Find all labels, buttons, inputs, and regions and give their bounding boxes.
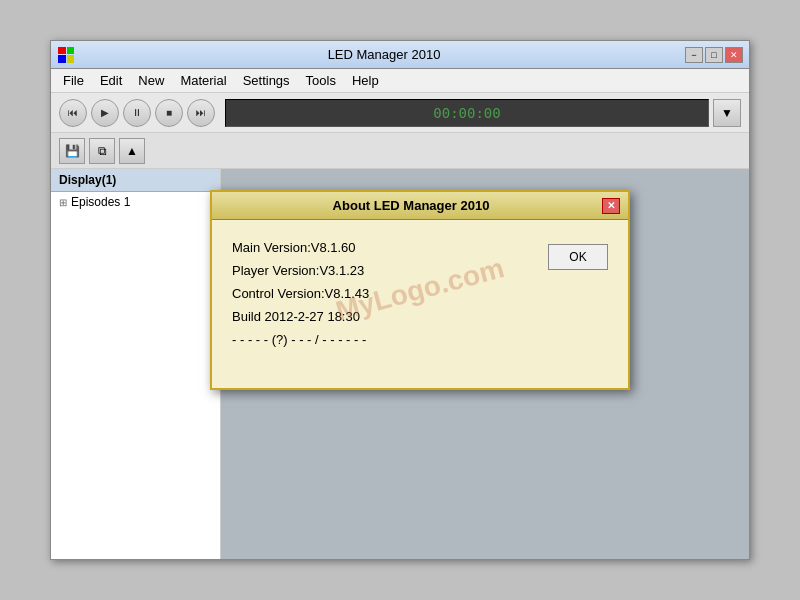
tree-episodes[interactable]: ⊞ Episodes 1 — [51, 192, 220, 212]
about-content: Main Version:V8.1.60 Player Version:V3.1… — [212, 220, 628, 388]
up-button[interactable]: ▲ — [119, 138, 145, 164]
sub-toolbar: 💾 ⧉ ▲ — [51, 133, 749, 169]
menu-file[interactable]: File — [55, 71, 92, 90]
left-panel: Display(1) ⊞ Episodes 1 — [51, 169, 221, 559]
menu-new[interactable]: New — [130, 71, 172, 90]
about-info: Main Version:V8.1.60 Player Version:V3.1… — [232, 240, 532, 368]
about-close-button[interactable]: ✕ — [602, 198, 620, 214]
menu-bar: File Edit New Material Settings Tools He… — [51, 69, 749, 93]
about-title: About LED Manager 2010 — [220, 198, 602, 213]
save-button[interactable]: 💾 — [59, 138, 85, 164]
minimize-button[interactable]: − — [685, 47, 703, 63]
window-title: LED Manager 2010 — [83, 47, 685, 62]
menu-tools[interactable]: Tools — [298, 71, 344, 90]
about-title-bar: About LED Manager 2010 ✕ — [212, 192, 628, 220]
transport-toolbar: ⏮ ▶ ⏸ ■ ⏭ 00:00:00 ▼ — [51, 93, 749, 133]
stop-button[interactable]: ■ — [155, 99, 183, 127]
tree-expand-icon: ⊞ — [59, 197, 67, 208]
copy-button[interactable]: ⧉ — [89, 138, 115, 164]
about-bottom-text: - - - - - (?) - - - / - - - - - - — [232, 332, 532, 347]
rewind-button[interactable]: ⏮ — [59, 99, 87, 127]
dropdown-button[interactable]: ▼ — [713, 99, 741, 127]
about-ok-section: OK — [548, 240, 608, 368]
close-button[interactable]: ✕ — [725, 47, 743, 63]
main-version: Main Version:V8.1.60 — [232, 240, 532, 255]
pause-button[interactable]: ⏸ — [123, 99, 151, 127]
app-icon — [57, 46, 75, 64]
tree-episodes-label: Episodes 1 — [71, 195, 130, 209]
time-display: 00:00:00 — [225, 99, 709, 127]
window-controls: − □ ✕ — [685, 47, 743, 63]
menu-help[interactable]: Help — [344, 71, 387, 90]
fastforward-button[interactable]: ⏭ — [187, 99, 215, 127]
display-header: Display(1) — [51, 169, 220, 192]
about-dialog: About LED Manager 2010 ✕ Main Version:V8… — [210, 190, 630, 390]
build-info: Build 2012-2-27 18:30 — [232, 309, 532, 324]
play-button[interactable]: ▶ — [91, 99, 119, 127]
maximize-button[interactable]: □ — [705, 47, 723, 63]
title-bar: LED Manager 2010 − □ ✕ — [51, 41, 749, 69]
control-version: Control Version:V8.1.43 — [232, 286, 532, 301]
menu-settings[interactable]: Settings — [235, 71, 298, 90]
menu-material[interactable]: Material — [172, 71, 234, 90]
player-version: Player Version:V3.1.23 — [232, 263, 532, 278]
about-ok-button[interactable]: OK — [548, 244, 608, 270]
menu-edit[interactable]: Edit — [92, 71, 130, 90]
